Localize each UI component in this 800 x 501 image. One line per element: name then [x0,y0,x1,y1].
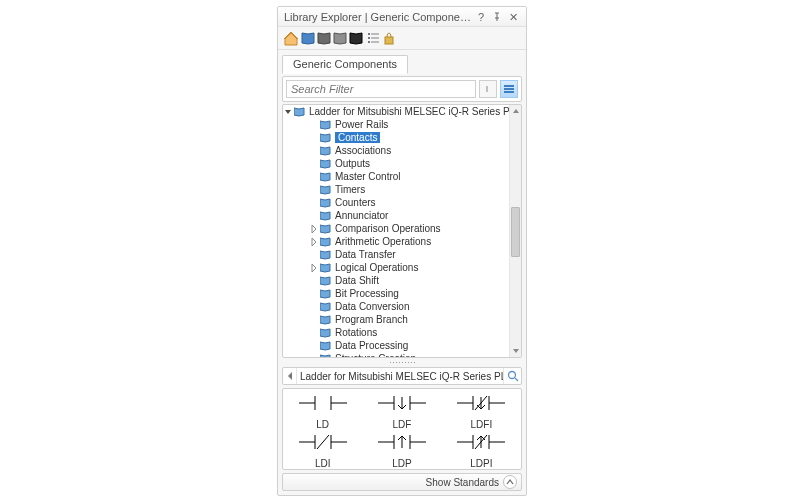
symbol-ld[interactable]: LD [283,391,362,430]
scroll-up-icon [510,105,521,117]
tree-item[interactable]: Annunciator [283,209,509,222]
svg-line-32 [317,435,329,449]
category-icon [320,145,332,157]
category-icon [320,288,332,300]
home-icon [284,32,298,45]
scroll-thumb[interactable] [511,207,520,257]
tree-root[interactable]: Ladder for Mitsubishi MELSEC iQ-R Series… [283,105,509,118]
breadcrumb-back-icon[interactable] [283,368,297,384]
library-explorer-panel: Library Explorer | Generic Components ? … [277,6,527,496]
search-frame [282,76,522,102]
twisty-closed-icon[interactable] [309,237,319,247]
svg-rect-3 [371,37,379,39]
tree-item[interactable]: Rotations [283,326,509,339]
category-icon [320,223,332,235]
contact-symbol-icon [455,430,507,454]
tree-item[interactable]: Power Rails [283,118,509,131]
tabstrip: Generic Components [278,50,526,73]
svg-rect-0 [368,33,370,35]
tree-item[interactable]: Data Shift [283,274,509,287]
category-icon [320,340,332,352]
category-icon [320,171,332,183]
scrollbar[interactable] [509,105,521,357]
category-icon [320,262,332,274]
tree-item[interactable]: Logical Operations [283,261,509,274]
toolbar [278,27,526,50]
twisty-open-icon[interactable] [285,107,293,117]
filter-button[interactable] [500,80,518,98]
book-icon-1 [302,33,314,44]
tree-item[interactable]: Data Transfer [283,248,509,261]
tree-item[interactable]: Counters [283,196,509,209]
pin-icon[interactable] [490,10,504,24]
close-icon[interactable]: ✕ [506,10,520,24]
window-title: Library Explorer | Generic Components [284,11,472,23]
category-icon [320,249,332,261]
breadcrumb: Ladder for Mitsubishi MELSEC iQ-R Series… [282,367,522,385]
tree-item[interactable]: Timers [283,183,509,196]
category-icon [320,236,332,248]
lock-icon [385,33,393,44]
category-icon [320,353,332,358]
category-icon [320,275,332,287]
tab-generic-components[interactable]: Generic Components [282,55,408,74]
contact-symbol-icon [376,391,428,415]
tree-item[interactable]: Outputs [283,157,509,170]
twisty-closed-icon[interactable] [309,263,319,273]
symbol-ldp[interactable]: LDP [362,430,441,469]
contact-symbol-icon [297,430,349,454]
breadcrumb-root[interactable]: Ladder for Mitsubishi MELSEC iQ-R Series… [300,371,503,382]
svg-rect-5 [371,41,379,43]
book-icon-2 [318,33,330,44]
svg-rect-8 [504,85,514,87]
symbol-ldi[interactable]: LDI [283,430,362,469]
svg-rect-1 [371,33,379,35]
tree-item[interactable]: Program Branch [283,313,509,326]
contact-symbol-icon [297,391,349,415]
tree-item[interactable]: Master Control [283,170,509,183]
contact-symbol-icon [455,391,507,415]
category-icon [320,327,332,339]
twisty-closed-icon[interactable] [309,224,319,234]
category-icon [320,184,332,196]
list-view-icon [368,33,379,43]
category-icon [320,158,332,170]
breadcrumb-search-icon[interactable] [503,368,521,384]
tree-item[interactable]: Data Conversion [283,300,509,313]
tree-item[interactable]: Structure Creation [283,352,509,357]
svg-rect-9 [504,88,514,90]
symbol-ldpi[interactable]: LDPI [442,430,521,469]
tree-view[interactable]: Ladder for Mitsubishi MELSEC iQ-R Series… [282,104,522,358]
svg-point-11 [508,372,515,379]
svg-rect-4 [368,41,370,43]
category-icon [320,210,332,222]
scroll-down-icon [510,345,521,357]
footer-bar: Show Standards [282,473,522,491]
search-input[interactable] [286,80,476,98]
category-icon [320,119,332,131]
search-clear-button[interactable] [479,80,497,98]
symbol-ldfi[interactable]: LDFI [442,391,521,430]
svg-rect-6 [385,37,393,44]
category-icon [320,197,332,209]
tree-item[interactable]: Contacts [283,131,509,144]
help-icon[interactable]: ? [474,10,488,24]
symbol-gallery: LDLDFLDFILDILDPLDPI [282,388,522,470]
symbol-ldf[interactable]: LDF [362,391,441,430]
tree-item[interactable]: Arithmetic Operations [283,235,509,248]
splitter[interactable] [282,360,522,366]
folder-icon [294,106,306,118]
category-icon [320,301,332,313]
svg-rect-2 [368,37,370,39]
expand-up-icon[interactable] [503,475,517,489]
book-icon-4 [350,33,362,44]
tree-item[interactable]: Bit Processing [283,287,509,300]
svg-line-12 [515,378,518,381]
contact-symbol-icon [376,430,428,454]
show-standards-label[interactable]: Show Standards [426,477,499,488]
tree-item[interactable]: Comparison Operations [283,222,509,235]
category-icon [320,314,332,326]
tree-item[interactable]: Data Processing [283,339,509,352]
book-icon-3 [334,33,346,44]
tree-item[interactable]: Associations [283,144,509,157]
